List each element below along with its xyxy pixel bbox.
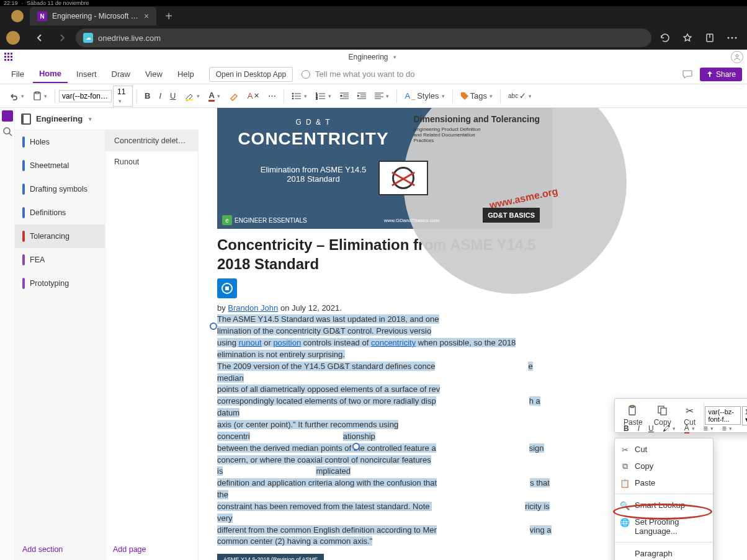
copy-icon: ⧉ bbox=[620, 461, 630, 471]
font-select[interactable]: var(--bz-font-f... bbox=[59, 90, 112, 102]
svg-rect-7 bbox=[4, 56, 6, 58]
bold-button[interactable]: B bbox=[141, 89, 154, 103]
format-painter-button[interactable]: A✕ bbox=[244, 89, 264, 103]
notebook-dropdown[interactable]: Engineering ▾ bbox=[15, 108, 199, 130]
ctx-paste[interactable]: 📋Paste bbox=[615, 474, 713, 491]
section-item[interactable]: Drafting symbols bbox=[15, 177, 105, 201]
hero-brand: e ENGINEER ESSENTIALS www.GDandTbasics.c… bbox=[222, 215, 439, 225]
window-avatar[interactable] bbox=[6, 31, 20, 45]
collections-button[interactable] bbox=[701, 29, 718, 47]
share-label: Share bbox=[716, 70, 736, 79]
italic-button[interactable]: I bbox=[155, 89, 165, 103]
bullets-button[interactable]: ▾ bbox=[288, 90, 311, 102]
hero-title: CONCENTRICITY bbox=[223, 129, 403, 149]
search-icon[interactable] bbox=[2, 127, 12, 136]
svg-point-3 bbox=[735, 37, 737, 39]
notebook-icon[interactable] bbox=[2, 110, 13, 122]
language-icon: 🌐 bbox=[620, 517, 630, 527]
mini-color2-button[interactable]: A▾ bbox=[681, 421, 699, 436]
outdent-button[interactable] bbox=[336, 90, 352, 102]
size-select[interactable]: 11 ▾ bbox=[113, 86, 133, 107]
undo-button[interactable]: ▾ bbox=[5, 89, 28, 104]
doc-title: Engineering bbox=[348, 53, 388, 61]
svg-point-20 bbox=[292, 93, 293, 94]
runout-link[interactable]: runout bbox=[239, 338, 262, 347]
position-link[interactable]: position bbox=[273, 338, 301, 347]
mini-bullets-button[interactable]: ≡▾ bbox=[700, 421, 717, 436]
favorites-button[interactable] bbox=[679, 29, 696, 47]
svg-rect-16 bbox=[186, 99, 193, 100]
mini-bold-button[interactable]: B bbox=[620, 421, 633, 436]
account-button[interactable] bbox=[731, 51, 743, 63]
tab-draw[interactable]: Draw bbox=[105, 66, 136, 82]
svg-rect-8 bbox=[7, 56, 9, 58]
byline: by Brandon John on July 12, 2021. bbox=[217, 303, 552, 313]
svg-rect-10 bbox=[4, 59, 6, 61]
tab-insert[interactable]: Insert bbox=[70, 66, 103, 82]
indent-button[interactable] bbox=[354, 90, 370, 102]
align-button[interactable]: ▾ bbox=[371, 90, 393, 102]
styles-button[interactable]: A⎯ Styles▾ bbox=[401, 89, 448, 103]
clipboard-button[interactable]: ▾ bbox=[29, 89, 51, 104]
highlight-button[interactable]: ▾ bbox=[181, 89, 204, 104]
body-text[interactable]: The ASME Y14.5 Standard was last updated… bbox=[217, 314, 552, 548]
clear-format-button[interactable] bbox=[225, 89, 243, 104]
close-tab-icon[interactable]: × bbox=[144, 11, 149, 21]
tab-home[interactable]: Home bbox=[33, 65, 68, 83]
page-item[interactable]: Runout bbox=[105, 151, 198, 172]
ctx-copy[interactable]: ⧉Copy bbox=[615, 458, 713, 474]
dictate-button[interactable]: abc✓▾ bbox=[504, 89, 535, 103]
mini-highlight2-button[interactable]: 🖍▾ bbox=[659, 421, 679, 436]
section-list: Holes Sheetmetal Drafting symbols Defini… bbox=[15, 130, 105, 560]
open-desktop-button[interactable]: Open in Desktop App bbox=[209, 67, 293, 82]
new-tab-button[interactable]: + bbox=[165, 9, 172, 24]
section-item[interactable]: Holes bbox=[15, 130, 105, 154]
author-link[interactable]: Brandon John bbox=[228, 303, 278, 313]
mini-size-select[interactable]: 11 ▾ bbox=[742, 406, 747, 425]
app-launcher-icon[interactable] bbox=[4, 52, 14, 62]
browser-tab[interactable]: N Engineering - Microsoft OneN × bbox=[30, 7, 156, 25]
back-button[interactable] bbox=[31, 29, 48, 47]
share-button[interactable]: Share bbox=[700, 68, 742, 81]
numbering-button[interactable]: 123▾ bbox=[312, 90, 335, 102]
font-color-button[interactable]: A▾ bbox=[205, 88, 223, 104]
forward-button[interactable] bbox=[53, 29, 71, 47]
page-item[interactable]: Concentricity deleted fro... bbox=[105, 130, 198, 151]
section-item[interactable]: Tolerancing bbox=[15, 224, 105, 248]
selection-start-handle[interactable] bbox=[210, 322, 217, 330]
underline-button[interactable]: U bbox=[166, 89, 179, 103]
concentricity-link[interactable]: concentricity bbox=[371, 338, 416, 347]
section-item[interactable]: Prototyping bbox=[15, 272, 105, 295]
section-item[interactable]: FEA bbox=[15, 248, 105, 272]
svg-rect-44 bbox=[225, 287, 229, 290]
svg-rect-5 bbox=[7, 53, 9, 55]
section-item[interactable]: Definitions bbox=[15, 201, 105, 224]
add-section-button[interactable]: Add section bbox=[15, 539, 105, 560]
ctx-proofing-language[interactable]: 🌐Set Proofing Language... bbox=[615, 513, 713, 540]
profile-avatar[interactable] bbox=[11, 10, 24, 22]
main-layout: Engineering ▾ Holes Sheetmetal Drafting … bbox=[0, 108, 747, 560]
tab-help[interactable]: Help bbox=[171, 66, 200, 82]
doc-title-dropdown[interactable]: Engineering ▾ bbox=[348, 53, 396, 61]
mini-italic-button[interactable]: I bbox=[634, 421, 643, 436]
tags-button[interactable]: Tags▾ bbox=[457, 89, 496, 103]
more-formatting-button[interactable]: ⋯ bbox=[264, 89, 280, 103]
tell-me-search[interactable]: Tell me what you want to do bbox=[302, 69, 675, 79]
add-page-button[interactable]: Add page bbox=[105, 539, 198, 560]
tab-file[interactable]: File bbox=[5, 66, 30, 82]
ctx-smart-lookup[interactable]: 🔍Smart Lookup bbox=[615, 497, 713, 513]
svg-point-21 bbox=[292, 96, 293, 97]
mini-numbers-button[interactable]: ≡▾ bbox=[718, 421, 736, 436]
svg-rect-48 bbox=[661, 408, 666, 415]
ctx-cut[interactable]: ✂Cut bbox=[615, 441, 713, 458]
page-canvas[interactable]: Dimensioning and Tolerancing Engineering… bbox=[199, 108, 747, 560]
ctx-paragraph-options[interactable]: Paragraph Options... bbox=[615, 545, 713, 560]
url-bar[interactable]: ☁ onedrive.live.com bbox=[76, 29, 651, 47]
context-menu: ✂Cut ⧉Copy 📋Paste 🔍Smart Lookup 🌐Set Pro… bbox=[614, 438, 713, 560]
tab-view[interactable]: View bbox=[139, 66, 169, 82]
feedback-icon[interactable] bbox=[681, 68, 694, 81]
more-button[interactable] bbox=[723, 29, 741, 47]
section-item[interactable]: Sheetmetal bbox=[15, 154, 105, 177]
mini-underline-button[interactable]: U bbox=[645, 421, 658, 436]
refresh-button[interactable] bbox=[656, 29, 674, 47]
